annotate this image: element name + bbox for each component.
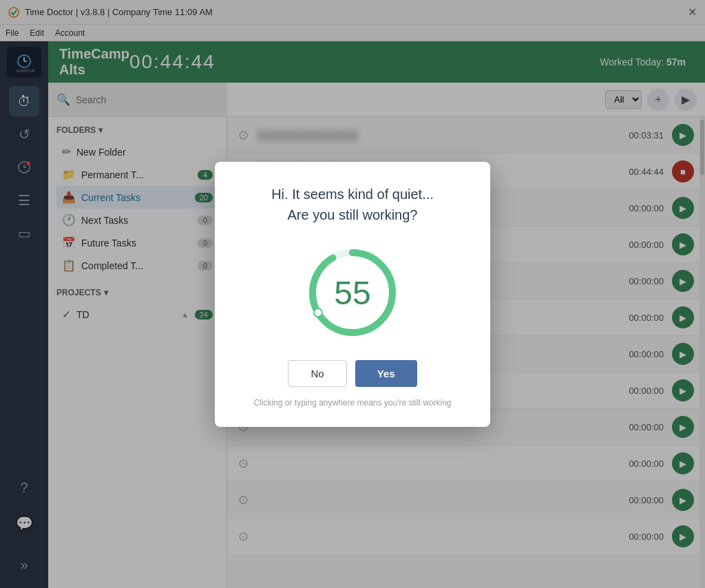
modal-overlay: Hi. It seems kind of quiet... Are you st…: [0, 0, 705, 588]
yes-button[interactable]: Yes: [355, 360, 417, 387]
modal-hint: Clicking or typing anywhere means you're…: [242, 398, 463, 408]
no-button[interactable]: No: [288, 360, 346, 387]
still-working-modal: Hi. It seems kind of quiet... Are you st…: [215, 162, 490, 427]
modal-buttons: No Yes: [242, 360, 463, 387]
modal-title-line2: Are you still working?: [242, 204, 463, 225]
countdown-number: 55: [334, 273, 370, 311]
modal-title: Hi. It seems kind of quiet... Are you st…: [242, 184, 463, 225]
countdown-container: 55: [304, 244, 401, 341]
modal-title-line1: Hi. It seems kind of quiet...: [242, 184, 463, 204]
